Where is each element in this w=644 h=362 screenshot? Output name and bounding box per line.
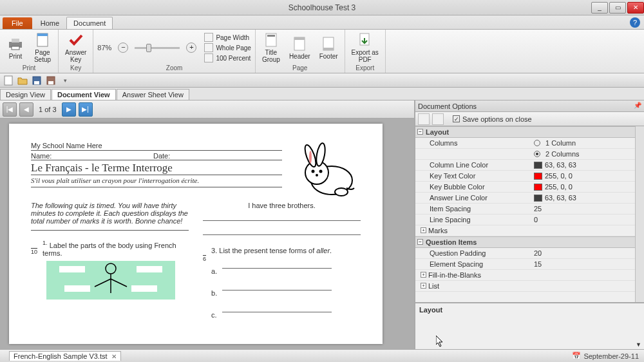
svg-rect-32 <box>64 285 90 292</box>
svg-rect-1 <box>12 39 19 43</box>
quiz-intro: The following quiz is timed. You will ha… <box>31 202 189 231</box>
radio-1-column[interactable] <box>534 140 540 146</box>
first-page-button[interactable]: |◀ <box>3 102 17 117</box>
zoom-in-button[interactable]: + <box>186 43 196 53</box>
last-page-button[interactable]: ▶| <box>79 102 93 117</box>
alphabetical-icon[interactable] <box>432 113 444 125</box>
color-swatch[interactable] <box>534 162 542 169</box>
svg-rect-2 <box>12 46 19 50</box>
prop-line-spacing[interactable]: Line Spacing 0 <box>415 214 644 225</box>
tab-document[interactable]: Document <box>66 17 113 29</box>
dropdown-icon[interactable]: ▼ <box>636 341 641 348</box>
color-swatch[interactable] <box>534 184 542 191</box>
new-button[interactable] <box>3 75 14 86</box>
scrollbar[interactable] <box>635 126 644 302</box>
answer-key-button[interactable]: Answer Key <box>62 31 89 64</box>
qat-dropdown[interactable]: ▾ <box>59 75 71 86</box>
group-label-export: Export <box>349 64 381 73</box>
page-setup-button[interactable]: Page Setup <box>31 31 54 64</box>
category-question-items[interactable]: −Question Items <box>415 236 644 248</box>
subcat-marks[interactable]: +Marks <box>415 225 644 236</box>
save-as-button[interactable] <box>45 75 57 86</box>
name-date-row: Name: Date: <box>31 151 282 160</box>
title-bar: Schoolhouse Test 3 _ ▭ ✕ <box>0 0 644 15</box>
page-width-option[interactable]: Page Width <box>204 33 251 42</box>
open-button[interactable] <box>17 75 28 86</box>
save-button[interactable] <box>31 75 43 86</box>
whole-page-option[interactable]: Whole Page <box>204 43 251 52</box>
header-button[interactable]: Header <box>287 35 313 61</box>
zoom-percent: 87% <box>97 44 111 52</box>
answer-line <box>203 212 361 221</box>
svg-point-24 <box>316 174 318 176</box>
svg-point-23 <box>319 170 323 173</box>
prop-key-bubble-color[interactable]: Key Bubble Color 255, 0, 0 <box>415 182 644 193</box>
svg-line-29 <box>111 279 127 287</box>
prev-page-button[interactable]: ◀ <box>19 102 33 117</box>
footer-button[interactable]: Footer <box>317 35 341 61</box>
name-label: Name: <box>31 152 153 160</box>
category-layout[interactable]: −Layout <box>415 126 644 138</box>
subcat-list[interactable]: +List <box>415 281 644 292</box>
minimize-button[interactable]: _ <box>591 2 608 14</box>
status-bar: French-English Sample V3.tst ✕ 📅 Septemb… <box>0 349 644 362</box>
tab-file[interactable]: File <box>3 17 32 29</box>
property-description: Layout ▼ <box>415 303 644 349</box>
subcat-fill-blanks[interactable]: +Fill-in-the-Blanks <box>415 270 644 281</box>
view-tab-document[interactable]: Document View <box>52 89 116 100</box>
print-button[interactable]: Print <box>4 35 27 61</box>
color-swatch[interactable] <box>534 195 542 202</box>
zoom-out-button[interactable]: − <box>118 43 128 53</box>
svg-rect-33 <box>131 285 157 292</box>
color-swatch[interactable] <box>534 173 542 180</box>
prop-columns-2[interactable]: 2 Columns <box>415 149 644 160</box>
svg-rect-31 <box>137 266 162 272</box>
zoom-slider-thumb[interactable] <box>146 44 151 52</box>
document-canvas: My School Name Here Name: Date: Le Franç… <box>0 119 414 349</box>
question-3: 6 3. List the present tense forms of all… <box>203 247 361 325</box>
radio-2-columns[interactable] <box>534 151 540 157</box>
prop-key-text-color[interactable]: Key Text Color 255, 0, 0 <box>415 171 644 182</box>
close-button[interactable]: ✕ <box>627 2 644 14</box>
document-tab[interactable]: French-English Sample V3.tst ✕ <box>9 351 121 361</box>
app-title: Schoolhouse Test 3 <box>289 3 356 12</box>
tab-home[interactable]: Home <box>33 17 66 29</box>
status-date: 📅 September-29-11 <box>572 352 639 360</box>
page-count: 1 of 3 <box>39 106 57 113</box>
whole-page-icon <box>204 43 213 52</box>
header-icon <box>290 36 308 52</box>
view-tab-answer[interactable]: Answer Sheet View <box>117 89 189 100</box>
calendar-icon: 📅 <box>572 352 581 360</box>
panel-header: Document Options 📌 <box>415 100 644 112</box>
rabbit-image <box>290 142 367 200</box>
categorized-icon[interactable] <box>418 113 430 125</box>
maximize-button[interactable]: ▭ <box>609 2 626 14</box>
document-title: Le Français - le Terme Interroge <box>31 160 282 175</box>
save-options-checkbox[interactable]: ✓ Save options on close <box>450 115 532 123</box>
next-page-button[interactable]: ▶ <box>62 102 76 117</box>
page-navigator: |◀ ◀ 1 of 3 ▶ ▶| <box>0 100 414 119</box>
prop-question-padding[interactable]: Question Padding 20 <box>415 248 644 259</box>
export-pdf-button[interactable]: Export as PDF <box>349 31 381 64</box>
prop-element-spacing[interactable]: Element Spacing 15 <box>415 259 644 270</box>
prop-column-line-color[interactable]: Column Line Color 63, 63, 63 <box>415 160 644 171</box>
prop-answer-line-color[interactable]: Answer Line Color 63, 63, 63 <box>415 193 644 204</box>
prop-columns[interactable]: Columns 1 Column <box>415 138 644 149</box>
pin-icon[interactable]: 📌 <box>634 102 641 109</box>
svg-rect-4 <box>37 33 48 36</box>
help-icon[interactable]: ? <box>630 17 640 28</box>
q1-marks: 10 <box>31 249 37 300</box>
zoom-slider[interactable] <box>135 47 180 49</box>
view-tab-design[interactable]: Design View <box>0 89 51 100</box>
svg-point-21 <box>309 151 312 164</box>
checkmark-icon <box>67 32 85 48</box>
ribbon: Print Page Setup Print Answer Key Key 87… <box>0 30 644 73</box>
property-grid: −Layout Columns 1 Column 2 Columns Colum… <box>415 126 644 303</box>
100-percent-option[interactable]: 100 Percent <box>204 53 251 62</box>
prop-item-spacing[interactable]: Item Spacing 25 <box>415 204 644 214</box>
close-document-icon[interactable]: ✕ <box>111 353 117 360</box>
footer-icon <box>319 36 337 52</box>
printer-icon <box>6 36 24 52</box>
title-group-button[interactable]: Title Group <box>260 31 283 64</box>
document-area: |◀ ◀ 1 of 3 ▶ ▶| My School Name Here Nam… <box>0 100 415 349</box>
